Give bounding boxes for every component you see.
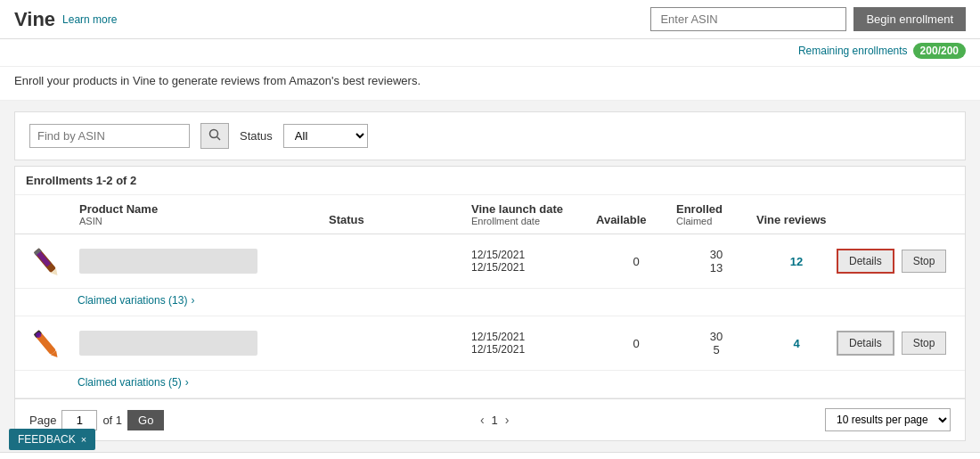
table-row: 12/15/2021 12/15/2021 0 30 13 12 Details… [15,234,965,289]
table-header: Product Name ASIN Status Vine launch dat… [15,195,965,234]
feedback-button[interactable]: FEEDBACK × [9,429,95,450]
feedback-label: FEEDBACK [18,433,76,446]
feedback-close-icon[interactable]: × [81,434,86,445]
enrolled-1: 30 13 [676,248,756,275]
col-status: Status [329,213,471,226]
page-input[interactable] [61,410,97,430]
vine-title: Vine [14,8,55,31]
vine-launch-date-1: 12/15/2021 12/15/2021 [471,249,596,274]
col-product-name: Product Name [79,202,329,216]
col-vine-reviews: Vine reviews [756,213,837,226]
product-image-2 [26,324,79,363]
svg-point-0 [210,130,218,138]
vine-reviews-2[interactable]: 4 [756,337,837,350]
col-vine-launch: Vine launch date [471,202,596,216]
product-name-placeholder-2 [79,331,257,356]
chevron-right-icon-1: › [191,294,194,307]
of-label: of 1 [102,414,122,427]
product-svg-2 [26,324,65,363]
claimed-variations-1[interactable]: Claimed variations (13) › [15,289,965,316]
begin-enrollment-button[interactable]: Begin enrollment [853,7,966,31]
product-image-1 [26,242,79,281]
details-button-2[interactable]: Details [837,331,894,356]
product-svg-1 [26,242,65,281]
vine-reviews-1[interactable]: 12 [756,255,837,268]
claimed-variations-2[interactable]: Claimed variations (5) › [15,371,965,398]
svg-line-1 [217,137,221,141]
enrolled-2: 30 5 [676,330,756,357]
current-page-num: 1 [492,414,498,427]
table-row: 12/15/2021 12/15/2021 0 30 5 4 Details S… [15,316,965,371]
prev-arrow[interactable]: ‹ [480,413,485,427]
available-2: 0 [596,337,676,350]
go-button[interactable]: Go [127,410,164,430]
col-claimed-sub: Claimed [676,216,756,226]
status-label: Status [240,129,273,143]
stop-button-2[interactable]: Stop [902,332,947,355]
product-name-placeholder-1 [79,249,257,274]
details-button-1[interactable]: Details [837,249,894,274]
col-available: Available [596,213,676,226]
next-arrow[interactable]: › [505,413,510,427]
learn-more-link[interactable]: Learn more [62,13,117,26]
asin-input[interactable] [650,7,846,31]
footer: Help Program Policies English Español Fr… [0,452,980,459]
per-page-select[interactable]: 10 results per page 25 results per page … [825,408,951,431]
remaining-label: Remaining enrollments [798,45,908,57]
enrollments-count: Enrollments 1-2 of 2 [26,174,136,187]
stop-button-1[interactable]: Stop [902,250,947,273]
status-select[interactable]: All Active Inactive [283,124,368,148]
chevron-right-icon-2: › [185,376,189,389]
col-asin-sub: ASIN [79,216,329,226]
remaining-badge: 200/200 [913,43,966,59]
vine-launch-date-2: 12/15/2021 12/15/2021 [471,331,596,356]
asin-search-input[interactable] [29,124,190,148]
col-enrolled: Enrolled [676,202,756,216]
search-button[interactable] [200,123,229,149]
available-1: 0 [596,255,676,268]
search-icon [208,128,221,141]
page-label: Page [29,414,56,427]
col-enrollment-date-sub: Enrollment date [471,216,596,226]
subtitle-text: Enroll your products in Vine to generate… [0,67,980,101]
